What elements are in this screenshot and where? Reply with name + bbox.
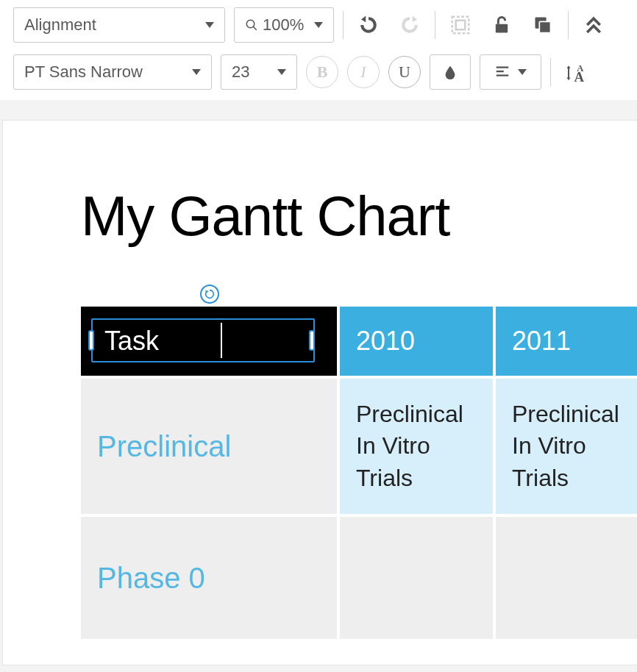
zoom-label: 100% [263, 15, 304, 35]
drop-icon [442, 64, 458, 80]
canvas[interactable]: My Gantt Chart Task 2010 2011 Preclinica… [0, 100, 637, 665]
chevron-down-icon [277, 69, 286, 75]
selection-handle-right[interactable] [309, 330, 315, 351]
font-size-dropdown[interactable]: 23 [221, 54, 297, 90]
cell-text: Preclinical In Vitro Trials [356, 377, 477, 515]
underline-button[interactable]: U [388, 56, 421, 88]
group-icon [449, 14, 471, 36]
table-cell[interactable] [337, 514, 493, 639]
redo-icon [399, 14, 421, 36]
svg-rect-3 [456, 21, 466, 30]
table-row[interactable]: Preclinical [81, 376, 337, 514]
font-dropdown[interactable]: PT Sans Narrow [13, 54, 212, 90]
lock-open-icon [491, 15, 512, 35]
svg-point-0 [246, 20, 255, 28]
collapse-button[interactable] [577, 9, 610, 41]
table-row[interactable]: Phase 0 [81, 514, 337, 639]
svg-rect-2 [452, 17, 469, 34]
gantt-table[interactable]: Task 2010 2011 Preclinical Preclinical I… [81, 307, 637, 639]
undo-icon [357, 14, 380, 36]
header-2010-label: 2010 [356, 326, 415, 357]
table-cell[interactable]: Preclinical In Vitro Trials [493, 376, 637, 514]
svg-text:A: A [574, 69, 585, 84]
redo-button[interactable] [394, 9, 426, 41]
paragraph-align-dropdown[interactable] [480, 54, 541, 90]
separator [435, 11, 435, 39]
group-button[interactable] [444, 9, 477, 41]
rotate-icon [204, 288, 216, 300]
separator [568, 11, 569, 39]
alignment-dropdown[interactable]: Alignment [13, 7, 225, 43]
search-icon [245, 18, 258, 32]
selection-handle-left[interactable] [88, 330, 94, 351]
lock-button[interactable] [485, 9, 518, 41]
svg-line-1 [253, 26, 257, 30]
task-label: Phase 0 [97, 562, 205, 595]
header-2010-cell[interactable]: 2010 [337, 307, 493, 376]
header-2011-cell[interactable]: 2011 [493, 307, 637, 376]
alignment-label: Alignment [24, 15, 96, 35]
undo-button[interactable] [352, 9, 385, 41]
zoom-dropdown[interactable]: 100% [234, 7, 334, 43]
separator [550, 58, 551, 86]
italic-label: I [360, 62, 366, 82]
page[interactable]: My Gantt Chart Task 2010 2011 Preclinica… [3, 121, 637, 665]
toolbar: Alignment 100% [0, 0, 637, 100]
font-size-label: 23 [232, 62, 249, 82]
chevron-down-icon [314, 22, 323, 28]
copy-button[interactable] [527, 9, 559, 41]
svg-rect-6 [539, 21, 550, 32]
bold-button[interactable]: B [306, 56, 338, 88]
cell-text: Preclinical In Vitro Trials [512, 377, 633, 515]
double-chevron-up-icon [583, 14, 605, 36]
underline-label: U [399, 62, 410, 82]
italic-button[interactable]: I [347, 56, 380, 88]
task-label: Preclinical [97, 430, 231, 463]
bold-label: B [317, 62, 328, 82]
text-cursor [221, 323, 222, 358]
chevron-down-icon [205, 22, 214, 28]
toolbar-row-1: Alignment 100% [13, 7, 624, 43]
chevron-down-icon [192, 69, 201, 75]
copy-icon [533, 15, 553, 35]
header-task-label: Task [104, 326, 159, 357]
svg-rect-4 [496, 24, 508, 33]
header-task-cell[interactable]: Task [81, 307, 337, 376]
rotate-handle[interactable] [200, 285, 219, 304]
text-color-button[interactable] [430, 54, 471, 90]
text-size-button[interactable]: A A [560, 56, 592, 88]
text-size-icon: A A [565, 61, 587, 83]
chevron-down-icon [518, 69, 527, 75]
separator [343, 11, 344, 39]
table-cell[interactable]: Preclinical In Vitro Trials [337, 376, 493, 514]
toolbar-row-2: PT Sans Narrow 23 B I U A A [13, 54, 624, 90]
align-left-icon [494, 64, 510, 80]
header-2011-label: 2011 [512, 326, 571, 357]
font-label: PT Sans Narrow [24, 62, 143, 82]
table-cell[interactable] [493, 514, 637, 639]
page-title[interactable]: My Gantt Chart [81, 184, 637, 248]
table-wrap: Task 2010 2011 Preclinical Preclinical I… [81, 307, 637, 639]
